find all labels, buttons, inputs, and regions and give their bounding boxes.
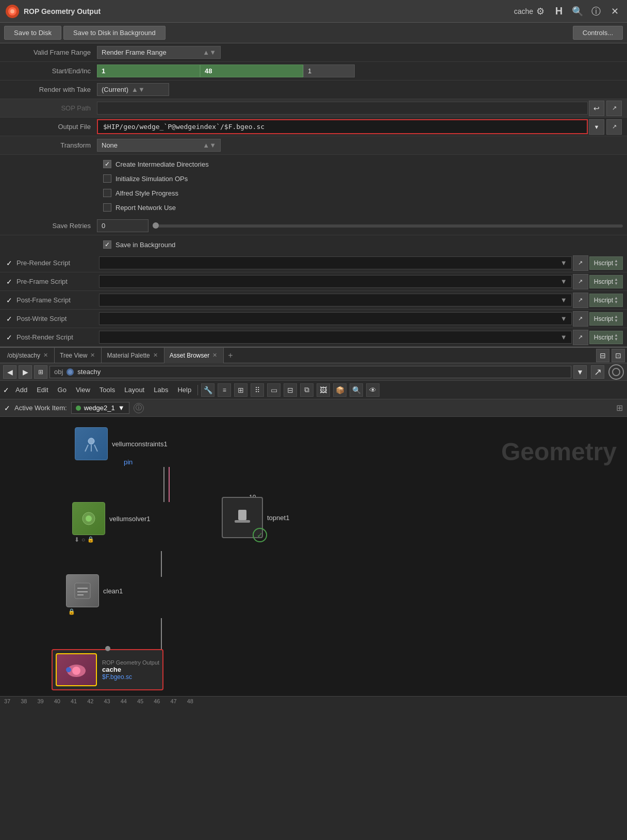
output-file-browse-btn[interactable]: ↗	[606, 119, 622, 135]
save-retries-slider[interactable]	[153, 224, 623, 228]
menu-go[interactable]: Go	[55, 384, 70, 395]
tab-panel-icon[interactable]: ⊟	[596, 349, 609, 362]
save-to-disk-button[interactable]: Save to Disk	[4, 26, 61, 40]
save-background-button[interactable]: Save to Disk in Background	[63, 26, 166, 40]
menu-edit[interactable]: Edit	[34, 384, 51, 395]
tab-tree-view[interactable]: Tree View ✕	[55, 348, 102, 363]
tab-material-palette[interactable]: Material Palette ✕	[102, 348, 164, 363]
table-icon[interactable]: ⊟	[284, 383, 297, 397]
nav-target-icon[interactable]	[608, 364, 624, 380]
grid-toolbar-icon[interactable]: ⊞	[234, 383, 248, 397]
nav-forward-btn[interactable]: ▶	[19, 365, 32, 379]
menu-add[interactable]: Add	[12, 384, 30, 395]
info-icon[interactable]: ⓘ	[589, 4, 603, 19]
hscript-btn-1[interactable]: Hscript ▲ ▼	[589, 275, 623, 288]
checkbox-save-background[interactable]: ✓	[103, 240, 111, 249]
script-check-4[interactable]: ✓	[4, 332, 14, 343]
wrench-icon[interactable]: 🔧	[201, 383, 214, 397]
script-arrow-btn-0[interactable]: ↗	[573, 255, 588, 271]
checkbox-alfred[interactable]	[103, 189, 111, 197]
gear-icon[interactable]: ⚙	[533, 4, 548, 19]
script-check-1[interactable]: ✓	[4, 277, 14, 287]
nav-path-dropdown[interactable]: ▼	[573, 365, 587, 379]
menu-labs[interactable]: Labs	[151, 384, 171, 395]
topnet-check: ✓	[253, 528, 267, 542]
image-icon[interactable]: 🖼	[317, 383, 330, 397]
output-file-input[interactable]: $HIP/geo/wedge_`P@wedgeindex`/$F.bgeo.sc	[97, 119, 588, 134]
tab-close-material[interactable]: ✕	[152, 351, 159, 360]
node-vellumsolver1[interactable]: vellumsolver1 ⬇ ○ 🔒	[72, 502, 150, 543]
script-dropdown-3[interactable]: ▼	[99, 312, 572, 325]
checkbox-create-dirs[interactable]: ✓	[103, 160, 111, 168]
h-icon[interactable]: H	[552, 4, 566, 19]
take-dropdown[interactable]: (Current) ▲▼	[97, 83, 169, 96]
inc-field[interactable]: 1	[303, 64, 355, 77]
rect-icon[interactable]: ▭	[267, 383, 280, 397]
workitem-grid-icon[interactable]: ⊞	[616, 403, 623, 413]
checkbox-report-network[interactable]	[103, 203, 111, 212]
output-file-dropdown-btn[interactable]: ▼	[589, 119, 604, 135]
workitem-info-icon[interactable]: ⓘ	[134, 403, 144, 413]
hscript-btn-4[interactable]: Hscript ▲ ▼	[589, 331, 623, 344]
hscript-btn-0[interactable]: Hscript ▲ ▼	[589, 256, 623, 270]
list-icon[interactable]: ≡	[218, 383, 231, 397]
start-field[interactable]: 1	[97, 64, 200, 77]
script-check-2[interactable]: ✓	[4, 295, 14, 305]
hscript-btn-3[interactable]: Hscript ▲ ▼	[589, 312, 623, 326]
nav-path: obj steachy	[50, 366, 571, 378]
tab-obj-steachy[interactable]: /obj/steachy ✕	[2, 348, 55, 363]
menu-layout[interactable]: Layout	[121, 384, 147, 395]
dots-icon[interactable]: ⠿	[251, 383, 264, 397]
script-arrow-btn-4[interactable]: ↗	[573, 330, 588, 345]
checkbox-label-1: Initialize Simulation OPs	[116, 175, 188, 183]
sop-path-arrow-btn[interactable]: ↩	[589, 101, 604, 116]
tab-add-button[interactable]: +	[224, 351, 237, 360]
node-topnet1[interactable]: topnet1 ✓	[222, 497, 289, 538]
tab-close-asset[interactable]: ✕	[211, 351, 218, 360]
copy-icon[interactable]: ⧉	[300, 383, 314, 397]
script-dropdown-2[interactable]: ▼	[99, 294, 572, 306]
title-icons: ⚙ H 🔍 ⓘ ✕	[533, 4, 622, 19]
script-label-3: Post-Write Script	[16, 315, 99, 322]
checkbox-init-sim[interactable]	[103, 174, 111, 183]
tab-asset-browser[interactable]: Asset Browser ✕	[164, 348, 224, 363]
node-vellumconstraints1[interactable]: vellumconstraints1	[75, 427, 168, 460]
script-arrow-btn-3[interactable]: ↗	[573, 311, 588, 327]
script-arrow-btn-1[interactable]: ↗	[573, 274, 588, 289]
menu-help[interactable]: Help	[174, 384, 194, 395]
script-dropdown-1[interactable]: ▼	[99, 275, 572, 288]
search-toolbar-icon[interactable]: 🔍	[350, 383, 363, 397]
sop-path-input[interactable]	[97, 102, 588, 115]
hscript-btn-2[interactable]: Hscript ▲ ▼	[589, 294, 623, 307]
tab-close-tree[interactable]: ✕	[89, 351, 96, 360]
tab-close-obj[interactable]: ✕	[42, 351, 49, 360]
toolbar-separator	[197, 385, 198, 395]
transform-dropdown[interactable]: None ▲▼	[97, 139, 221, 152]
top-panel: ROP Geometry Output cache ⚙ H 🔍 ⓘ ✕ Save…	[0, 0, 627, 348]
script-check-0[interactable]: ✓	[4, 258, 14, 268]
sop-path-cursor-btn[interactable]: ↗	[606, 101, 622, 116]
nav-grid-icon[interactable]: ⊞	[34, 365, 47, 379]
end-field[interactable]: 48	[200, 64, 303, 77]
menu-tools[interactable]: Tools	[96, 384, 118, 395]
controls-button[interactable]: Controls...	[573, 26, 623, 40]
workitem-dropdown[interactable]: wedge2_1 ▼	[71, 402, 129, 414]
eye-icon[interactable]: 👁	[366, 383, 380, 397]
render-with-take-row: Render with Take (Current) ▲▼	[0, 80, 627, 99]
svg-line-14	[94, 445, 97, 451]
tab-float-icon[interactable]: ⊡	[612, 349, 625, 362]
script-dropdown-4[interactable]: ▼	[99, 331, 572, 344]
search-icon[interactable]: 🔍	[570, 4, 585, 19]
nav-pin-btn[interactable]: ↗	[591, 365, 604, 379]
node-clean1[interactable]: clean1 🔒	[66, 574, 123, 615]
script-check-3[interactable]: ✓	[4, 314, 14, 324]
nav-back-btn[interactable]: ◀	[3, 365, 16, 379]
box-icon[interactable]: 📦	[333, 383, 346, 397]
save-retries-input[interactable]: 0	[97, 219, 148, 232]
menu-view[interactable]: View	[73, 384, 93, 395]
frame-range-dropdown[interactable]: Render Frame Range ▲▼	[97, 46, 221, 59]
script-arrow-btn-2[interactable]: ↗	[573, 293, 588, 308]
close-icon[interactable]: ✕	[607, 4, 622, 19]
node-cache-container[interactable]: ROP Geometry Output cache $F.bgeo.sc	[52, 649, 163, 690]
script-dropdown-0[interactable]: ▼	[99, 256, 572, 269]
